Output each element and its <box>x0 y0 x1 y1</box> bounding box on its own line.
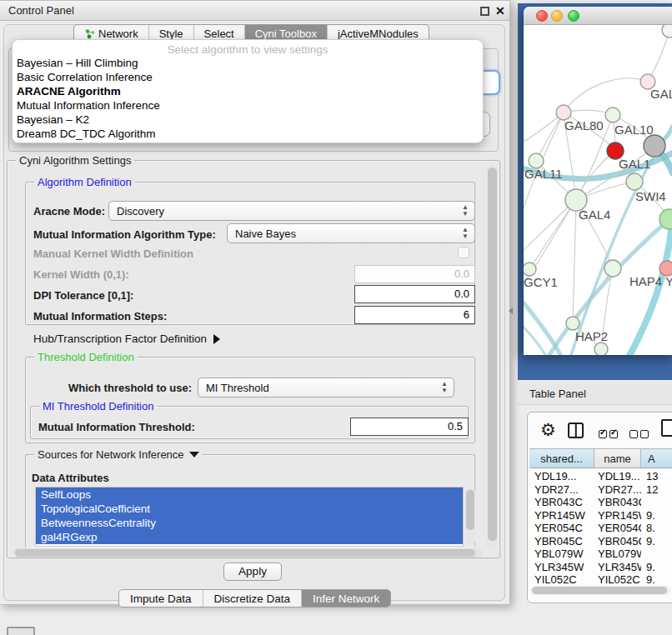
column-header-shared-name[interactable]: shared... <box>529 449 594 468</box>
table-cell: YBR043C <box>594 496 641 509</box>
mi-steps-label: Mutual Information Steps: <box>33 310 167 322</box>
algorithm-options-list: Bayesian – Hill ClimbingBasic Correlatio… <box>13 57 483 141</box>
table-cell: YBL079W <box>529 548 594 561</box>
algorithm-option[interactable]: Dream8 DC_TDC Algorithm <box>13 128 483 142</box>
algorithm-definition-legend: Algorithm Definition <box>34 176 135 188</box>
minimize-traffic-light[interactable] <box>551 10 563 22</box>
node-label: GCY1 <box>524 275 558 289</box>
table-cell: 9. <box>641 509 671 522</box>
table-cell: YDR27... <box>529 483 594 497</box>
kernel-width-field[interactable]: 0.0 <box>354 265 475 283</box>
sources-legend: Sources for Network Inference <box>34 448 203 461</box>
attribute-list-item[interactable]: BetweennessCentrality <box>36 516 463 530</box>
network-node[interactable] <box>644 135 665 157</box>
attributes-vscrollbar-thumb[interactable] <box>466 490 474 530</box>
columns-icon[interactable] <box>568 422 584 438</box>
network-window-titlebar[interactable] <box>524 7 672 25</box>
network-canvas[interactable]: GALGAL80GAL10GAL11GAL1SWI4GAL4GCY1HAP4YH… <box>524 25 672 355</box>
mi-steps-field[interactable]: 6 <box>354 306 475 324</box>
algorithm-option[interactable]: Basic Correlation Inference <box>13 71 483 85</box>
control-panel-titlebar: Control Panel <box>0 1 509 21</box>
which-threshold-combo[interactable]: MI Threshold ▲▼ <box>198 378 454 398</box>
network-icon <box>84 28 95 39</box>
manual-kernel-checkbox[interactable] <box>458 247 469 258</box>
close-icon[interactable]: ✕ <box>495 4 505 18</box>
node-label: HAP4 <box>629 274 662 288</box>
tab-discretize-data[interactable]: Discretize Data <box>203 590 303 607</box>
algorithm-option[interactable]: Mutual Information Inference <box>13 99 483 113</box>
settings-vscrollbar[interactable] <box>487 165 498 550</box>
algorithm-option[interactable]: ARACNE Algorithm <box>13 85 483 99</box>
table-cell: YER054C <box>529 522 594 535</box>
hub-section-toggle[interactable]: Hub/Transcription Factor Definition <box>33 332 220 345</box>
network-node[interactable] <box>594 342 608 355</box>
column-header-clipped[interactable]: A <box>641 449 672 468</box>
tab-impute-data[interactable]: Impute Data <box>119 590 203 607</box>
table-row[interactable]: YER054CYER054C8. <box>529 522 672 535</box>
tab-network-label: Network <box>98 28 138 40</box>
combo-spinner-icon: ▲▼ <box>462 204 469 218</box>
column-header-name[interactable]: name <box>594 449 641 468</box>
network-node-gcy1[interactable] <box>524 262 536 276</box>
gear-icon[interactable]: ⚙ <box>540 421 556 438</box>
table-row[interactable]: YDL19...YDL19...13 <box>529 470 672 483</box>
collapse-arrow-icon[interactable] <box>189 452 199 458</box>
table-header: shared... name A <box>529 448 672 468</box>
mi-threshold-legend: MI Threshold Definition <box>39 400 157 412</box>
node-label: Y <box>665 274 672 288</box>
table-row[interactable]: YBR045CYBR045C9. <box>529 535 672 548</box>
node-label: GAL80 <box>564 118 604 132</box>
settings-hscrollbar[interactable] <box>13 548 482 558</box>
network-node[interactable] <box>662 25 672 38</box>
table-hscrollbar[interactable] <box>531 586 670 595</box>
attribute-list-item[interactable]: SelfLoops <box>36 488 463 502</box>
splitter-handle-icon[interactable] <box>509 308 513 314</box>
document-icon[interactable] <box>661 419 672 437</box>
table-hscrollbar-thumb[interactable] <box>532 587 667 594</box>
minimized-panel-icon[interactable] <box>7 627 35 635</box>
combo-spinner-icon: ▲▼ <box>441 381 448 394</box>
table-row[interactable]: YPR145WYPR145W9. <box>529 509 672 522</box>
aracne-mode-combo[interactable]: Discovery ▲▼ <box>108 201 475 221</box>
settings-vscrollbar-thumb[interactable] <box>488 168 497 541</box>
network-node-hap2[interactable] <box>566 317 579 330</box>
apply-button[interactable]: Apply <box>223 562 282 581</box>
table-panel-titlebar: Table Panel <box>518 383 672 405</box>
table-row[interactable]: YIL052CYIL052C9. <box>529 573 672 585</box>
hide-columns-icon[interactable] <box>629 427 649 442</box>
table-cell: YER054C <box>594 522 641 535</box>
table-cell: YIL052C <box>594 573 641 585</box>
aracne-mode-label: Aracne Mode: <box>33 205 105 218</box>
data-attributes-list: SelfLoopsTopologicalCoefficientBetweenne… <box>35 487 464 547</box>
table-cell: YBR043C <box>529 496 594 509</box>
attribute-list-item[interactable]: TopologicalCoefficient <box>36 502 463 516</box>
mi-type-combo[interactable]: Naive Bayes ▲▼ <box>227 223 475 243</box>
algorithm-option[interactable]: Bayesian – K2 <box>13 113 483 128</box>
node-label: SWI4 <box>635 189 666 203</box>
network-node-gal10[interactable] <box>605 108 620 122</box>
table-cell: 9. <box>641 561 671 574</box>
mi-threshold-field[interactable]: 0.5 <box>350 418 469 436</box>
node-label: GAL4 <box>579 208 610 222</box>
algorithm-option[interactable]: Bayesian – Hill Climbing <box>13 57 483 71</box>
table-row[interactable]: YLR345WYLR345W9. <box>529 561 672 574</box>
float-window-icon[interactable] <box>480 7 489 16</box>
table-cell: 12 <box>641 483 671 497</box>
show-checked-columns-icon[interactable] <box>599 427 618 442</box>
application-root: Control Panel ✕ Network Style Select Cyn… <box>0 0 672 635</box>
algorithm-dropdown-popup: Select algorithm to view settings Bayesi… <box>12 39 484 143</box>
dpi-tolerance-field[interactable]: 0.0 <box>354 285 475 303</box>
close-traffic-light[interactable] <box>536 10 548 22</box>
table-cell: YDL19... <box>529 470 594 483</box>
table-row[interactable]: YBL079WYBL079W <box>529 548 672 561</box>
network-node-gal1[interactable] <box>626 173 643 190</box>
network-node-hap4[interactable] <box>604 260 621 277</box>
table-row[interactable]: YDR27...YDR27...12 <box>529 483 672 497</box>
settings-hscrollbar-thumb[interactable] <box>15 549 475 557</box>
zoom-traffic-light[interactable] <box>568 10 579 22</box>
tab-infer-network[interactable]: Infer Network <box>302 590 390 607</box>
attributes-vscrollbar[interactable] <box>465 488 475 546</box>
table-row[interactable]: YBR043CYBR043C <box>529 496 672 509</box>
which-threshold-label: Which threshold to use: <box>68 382 192 394</box>
attribute-list-item[interactable]: gal4RGexp <box>36 530 463 544</box>
